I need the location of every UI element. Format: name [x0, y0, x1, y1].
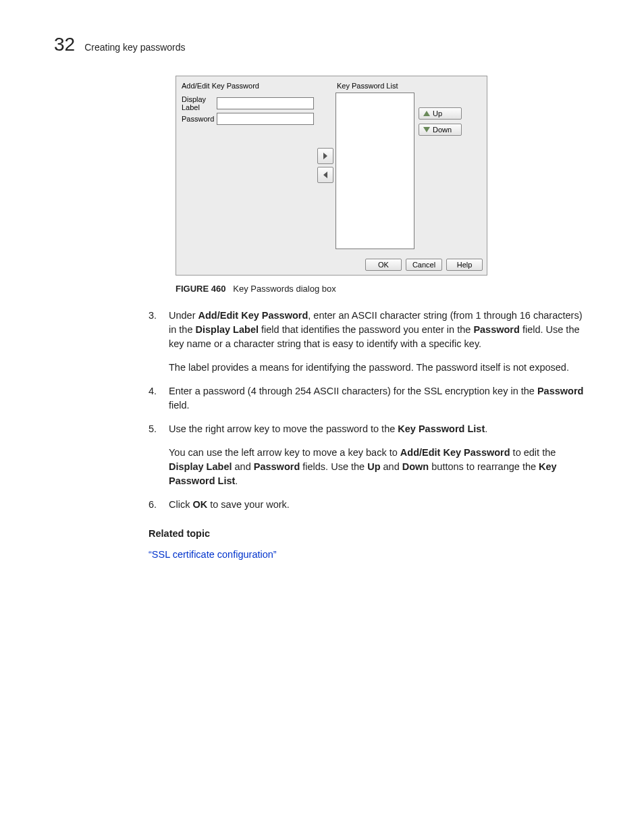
up-button[interactable]: Up [419, 107, 462, 120]
step-6: 6. Click OK to save your work. [149, 498, 590, 512]
ok-button[interactable]: OK [365, 259, 402, 271]
step-5: 5. Use the right arrow key to move the p… [149, 422, 590, 488]
display-label-label: Display Label [182, 95, 217, 111]
password-input[interactable] [217, 113, 314, 125]
add-edit-panel-title: Add/Edit Key Password [180, 80, 315, 93]
related-topic-heading: Related topic [149, 527, 590, 541]
key-password-listbox[interactable] [336, 93, 414, 249]
display-label-input[interactable] [217, 97, 314, 109]
step-5-p2: You can use the left arrow key to move a… [169, 446, 590, 488]
figure-caption-text: Key Passwords dialog box [233, 284, 336, 294]
down-button[interactable]: Down [419, 124, 462, 136]
down-icon [423, 127, 430, 132]
step-number: 6. [149, 498, 169, 512]
step-5-p1: Use the right arrow key to move the pass… [169, 422, 590, 436]
step-3: 3. Under Add/Edit Key Password, enter an… [149, 309, 590, 375]
step-number: 5. [149, 422, 169, 488]
move-left-button[interactable] [317, 167, 333, 183]
step-4: 4. Enter a password (4 through 254 ASCII… [149, 384, 590, 413]
up-icon [423, 111, 430, 116]
page-header: 32 Creating key passwords [54, 34, 590, 55]
chapter-title: Creating key passwords [84, 42, 185, 53]
svg-marker-0 [323, 153, 327, 159]
up-button-label: Up [433, 109, 442, 118]
figure-caption: FIGURE 460 Key Passwords dialog box [176, 284, 590, 294]
down-button-label: Down [433, 126, 452, 134]
key-passwords-dialog: Add/Edit Key Password Display Label Pass… [176, 76, 487, 276]
cancel-button[interactable]: Cancel [406, 259, 442, 271]
step-number: 4. [149, 384, 169, 413]
figure-label: FIGURE 460 [176, 284, 225, 294]
svg-marker-1 [323, 172, 327, 178]
step-3-p2: The label provides a means for identifyi… [169, 361, 590, 375]
dialog-figure: Add/Edit Key Password Display Label Pass… [176, 76, 590, 276]
related-topic-link[interactable]: “SSL certificate configuration” [149, 548, 590, 562]
step-3-p1: Under Add/Edit Key Password, enter an AS… [169, 309, 590, 351]
step-4-p1: Enter a password (4 through 254 ASCII ch… [169, 384, 590, 413]
help-button[interactable]: Help [446, 259, 483, 271]
arrow-left-icon [322, 172, 329, 178]
chapter-number: 32 [54, 34, 75, 55]
move-right-button[interactable] [317, 148, 333, 164]
password-label: Password [182, 115, 217, 123]
step-number: 3. [149, 309, 169, 375]
add-edit-panel: Add/Edit Key Password Display Label Pass… [180, 80, 315, 251]
key-password-list-title: Key Password List [336, 80, 483, 93]
arrow-right-icon [322, 153, 329, 159]
step-6-p1: Click OK to save your work. [169, 498, 590, 512]
